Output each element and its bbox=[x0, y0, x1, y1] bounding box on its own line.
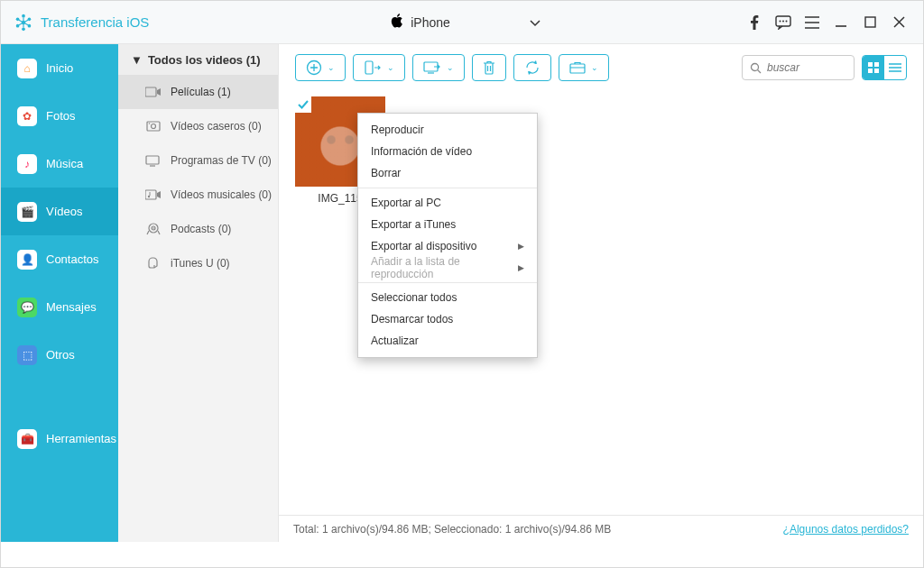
svg-point-32 bbox=[752, 63, 759, 70]
delete-button[interactable] bbox=[472, 54, 506, 81]
svg-point-14 bbox=[780, 20, 781, 22]
svg-line-9 bbox=[19, 20, 22, 22]
sidebar-item-label: Contactos bbox=[46, 252, 99, 266]
chevron-down-icon: ⌄ bbox=[328, 63, 335, 72]
refresh-button[interactable] bbox=[513, 54, 551, 81]
chevron-down-icon: ⌄ bbox=[447, 63, 454, 72]
window-controls bbox=[746, 14, 923, 31]
menu-item[interactable]: Reproducir bbox=[358, 119, 537, 141]
video-categories-panel: ▼ Todos los videos (1) Películas (1)Víde… bbox=[118, 44, 279, 542]
sidebar-item-label: Herramientas bbox=[46, 432, 116, 445]
status-bar: Total: 1 archivo(s)/94.86 MB; Selecciona… bbox=[279, 515, 923, 542]
search-box[interactable] bbox=[742, 55, 855, 80]
menu-item[interactable]: Exportar al dispositivo▶ bbox=[358, 235, 537, 257]
search-input[interactable] bbox=[767, 61, 839, 74]
app-title: Transferencia iOS bbox=[41, 14, 149, 30]
missing-data-link[interactable]: ¿Algunos datos perdidos? bbox=[783, 523, 909, 536]
menu-item[interactable]: Información de vídeo bbox=[358, 141, 537, 162]
svg-rect-29 bbox=[365, 61, 373, 74]
menu-icon[interactable] bbox=[804, 14, 820, 31]
menu-item[interactable]: Borrar bbox=[358, 162, 537, 184]
titlebar: Transferencia iOS iPhone bbox=[1, 1, 923, 44]
sidebar-item-herramientas[interactable]: 🧰Herramientas bbox=[1, 415, 118, 463]
inicio-icon: ⌂ bbox=[17, 59, 37, 78]
sidebar: ⌂Inicio✿Fotos♪Música🎬Vídeos👤Contactos💬Me… bbox=[1, 44, 118, 542]
context-menu: ReproducirInformación de vídeoBorrarExpo… bbox=[357, 113, 538, 358]
svg-point-16 bbox=[786, 20, 788, 22]
feedback-icon[interactable] bbox=[775, 14, 791, 31]
toolbar: ⌄ ⌄ ⌄ ⌄ bbox=[279, 44, 923, 91]
svg-rect-22 bbox=[146, 156, 159, 164]
category-item[interactable]: Podcasts (0) bbox=[118, 212, 278, 246]
mensajes-icon: 💬 bbox=[17, 298, 37, 317]
apple-icon bbox=[391, 14, 403, 32]
menu-item[interactable]: Desmarcar todos bbox=[358, 308, 537, 330]
category-item[interactable]: iTunes U (0) bbox=[118, 246, 278, 280]
contactos-icon: 👤 bbox=[17, 250, 37, 270]
chevron-down-icon: ⌄ bbox=[387, 63, 394, 72]
category-icon bbox=[145, 223, 162, 235]
content-area: ⌄ ⌄ ⌄ ⌄ bbox=[279, 44, 923, 542]
maximize-icon[interactable] bbox=[862, 14, 878, 31]
add-button[interactable]: ⌄ bbox=[295, 54, 346, 81]
sidebar-item-label: Mensajes bbox=[46, 300, 97, 314]
menu-item[interactable]: Actualizar bbox=[358, 330, 537, 352]
export-to-device-button[interactable]: ⌄ bbox=[353, 54, 405, 81]
brand: Transferencia iOS bbox=[1, 13, 181, 32]
view-toggle bbox=[862, 55, 907, 80]
fotos-icon: ✿ bbox=[17, 106, 37, 126]
vídeos-icon: 🎬 bbox=[17, 202, 37, 222]
svg-rect-34 bbox=[874, 62, 879, 67]
menu-item[interactable]: Seleccionar todos bbox=[358, 287, 537, 308]
device-name: iPhone bbox=[411, 15, 450, 30]
category-item[interactable]: Programas de TV (0) bbox=[118, 143, 278, 178]
minimize-icon[interactable] bbox=[833, 14, 849, 31]
sidebar-item-contactos[interactable]: 👤Contactos bbox=[1, 235, 118, 283]
sidebar-item-otros[interactable]: ⬚Otros bbox=[1, 331, 118, 379]
sidebar-item-vídeos[interactable]: 🎬Vídeos bbox=[1, 188, 118, 235]
category-label: Vídeos caseros (0) bbox=[171, 120, 262, 133]
sidebar-item-label: Música bbox=[46, 157, 83, 170]
sidebar-item-mensajes[interactable]: 💬Mensajes bbox=[1, 283, 118, 331]
subpanel-header[interactable]: ▼ Todos los videos (1) bbox=[118, 44, 278, 75]
otros-icon: ⬚ bbox=[17, 345, 37, 365]
menu-item[interactable]: Exportar a iTunes bbox=[358, 214, 537, 235]
sidebar-item-label: Otros bbox=[46, 348, 75, 362]
svg-point-1 bbox=[22, 14, 25, 17]
svg-rect-18 bbox=[145, 87, 156, 96]
svg-point-20 bbox=[152, 124, 156, 129]
category-item[interactable]: Películas (1) bbox=[118, 75, 278, 109]
category-item[interactable]: Vídeos musicales (0) bbox=[118, 178, 278, 212]
facebook-icon[interactable] bbox=[746, 14, 762, 31]
category-label: Podcasts (0) bbox=[171, 223, 231, 235]
category-item[interactable]: Vídeos caseros (0) bbox=[118, 109, 278, 143]
search-icon bbox=[750, 62, 762, 74]
sidebar-item-label: Vídeos bbox=[46, 205, 82, 218]
menu-item[interactable]: Exportar al PC bbox=[358, 192, 537, 214]
thumbnail-checkbox[interactable] bbox=[295, 96, 311, 113]
svg-point-0 bbox=[22, 20, 26, 24]
close-icon[interactable] bbox=[891, 14, 907, 31]
device-picker[interactable]: iPhone bbox=[362, 14, 569, 32]
svg-line-11 bbox=[19, 23, 22, 24]
list-view-button[interactable] bbox=[884, 56, 906, 79]
sidebar-item-música[interactable]: ♪Música bbox=[1, 140, 118, 188]
svg-point-2 bbox=[22, 27, 25, 31]
menu-separator bbox=[358, 188, 537, 188]
svg-rect-17 bbox=[865, 17, 875, 27]
toolbox-button[interactable]: ⌄ bbox=[559, 54, 609, 81]
grid-view-button[interactable] bbox=[863, 56, 884, 79]
sidebar-item-fotos[interactable]: ✿Fotos bbox=[1, 92, 118, 140]
sidebar-item-inicio[interactable]: ⌂Inicio bbox=[1, 44, 118, 92]
svg-rect-35 bbox=[868, 69, 873, 73]
svg-line-10 bbox=[25, 23, 28, 24]
status-text: Total: 1 archivo(s)/94.86 MB; Selecciona… bbox=[293, 523, 611, 536]
música-icon: ♪ bbox=[17, 154, 37, 174]
category-icon bbox=[145, 86, 162, 98]
export-to-pc-button[interactable]: ⌄ bbox=[412, 54, 465, 81]
app-logo-icon bbox=[14, 13, 33, 32]
svg-point-24 bbox=[148, 196, 150, 197]
category-label: Películas (1) bbox=[171, 86, 231, 98]
collapse-triangle-icon: ▼ bbox=[131, 53, 143, 67]
svg-point-15 bbox=[782, 20, 784, 22]
